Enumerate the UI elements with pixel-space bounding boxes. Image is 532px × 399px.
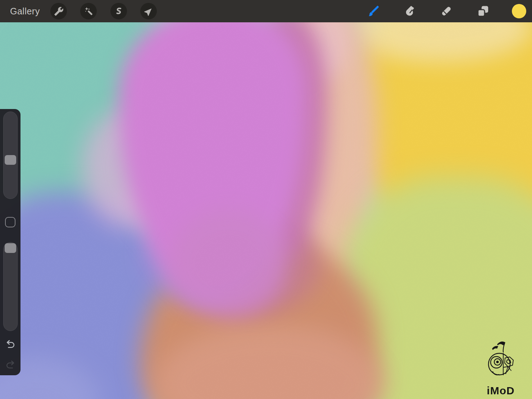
top-toolbar: Gallery: [0, 0, 532, 22]
arrow-cursor-icon: [144, 6, 154, 16]
transform-button[interactable]: [140, 3, 157, 19]
sidebar-slider-panel: [0, 109, 21, 375]
magic-wand-icon: [84, 6, 94, 16]
adjustments-button[interactable]: [80, 3, 97, 19]
opacity-handle[interactable]: [5, 243, 16, 253]
paint-tool-button[interactable]: [366, 4, 381, 18]
smudge-finger-icon: [403, 4, 417, 18]
watermark-text: iMoD: [481, 385, 520, 397]
canvas[interactable]: iMoD: [0, 22, 532, 399]
wrench-icon: [54, 6, 64, 16]
actions-button[interactable]: [50, 3, 67, 19]
smudge-tool-button[interactable]: [403, 4, 417, 18]
gallery-button[interactable]: Gallery: [10, 0, 40, 22]
layers-icon: [476, 4, 490, 18]
brush-size-handle[interactable]: [5, 155, 16, 165]
redo-button[interactable]: [4, 359, 17, 371]
layers-button[interactable]: [476, 4, 490, 18]
eraser-icon: [439, 4, 454, 18]
s-curve-icon: [114, 6, 124, 16]
undo-icon: [5, 339, 16, 350]
redo-icon: [5, 360, 16, 371]
modify-button[interactable]: [5, 217, 15, 227]
selection-button[interactable]: [110, 3, 127, 19]
owl-logo-icon: [482, 340, 519, 386]
opacity-slider[interactable]: [3, 242, 18, 331]
paint-region-magenta-low: [169, 209, 288, 317]
brush-size-slider[interactable]: [3, 112, 18, 199]
erase-tool-button[interactable]: [439, 4, 454, 18]
paintbrush-icon: [366, 4, 381, 18]
watermark-imod: iMoD: [481, 340, 520, 397]
undo-button[interactable]: [4, 339, 17, 351]
procreate-window: iMoD Gallery: [0, 0, 532, 399]
color-swatch-circle[interactable]: [512, 4, 526, 18]
